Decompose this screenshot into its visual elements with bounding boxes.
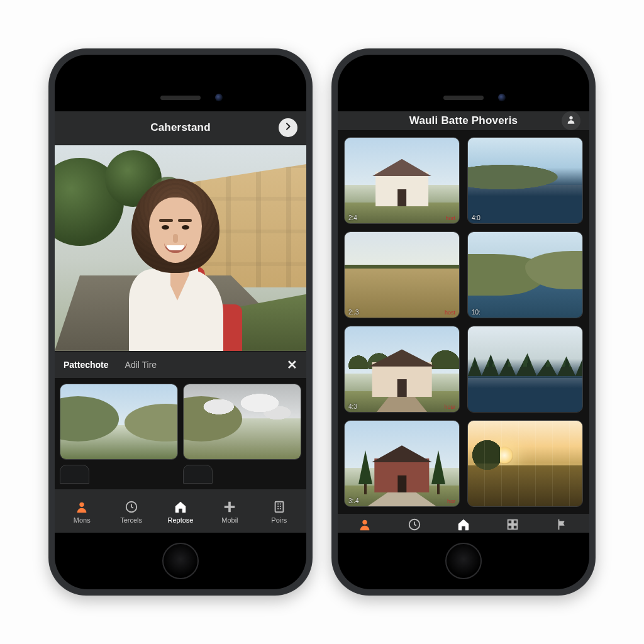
- svg-point-0: [80, 502, 84, 506]
- hero-photo[interactable]: [55, 145, 306, 351]
- svg-point-3: [569, 116, 572, 119]
- phone-right-bottom: [338, 533, 589, 589]
- tabbar-left-label-4: Poirs: [271, 516, 287, 524]
- portrait-subject: [104, 175, 236, 351]
- tabbar-left-item-mobil[interactable]: Mobil: [205, 493, 254, 530]
- thumb-r2[interactable]: 4:0: [467, 137, 583, 224]
- svg-rect-8: [508, 525, 512, 529]
- home-icon: [174, 500, 187, 514]
- person-icon: [566, 114, 576, 127]
- header-title-right: Wauli Batte Phoveris: [409, 114, 518, 127]
- section-tabs: Pattechote Adil Tire: [64, 360, 157, 370]
- forward-button[interactable]: [279, 118, 297, 137]
- thumb-grid-left: [55, 379, 306, 489]
- header-bar-right: Wauli Batte Phoveris: [338, 111, 589, 131]
- phone-left-top: [55, 55, 306, 111]
- tabbar-left-label-2: Reptose: [168, 516, 194, 524]
- thumb-r6[interactable]: [467, 326, 583, 413]
- chevron-right-icon: [283, 121, 293, 134]
- dismiss-section-button[interactable]: ✕: [287, 357, 297, 372]
- person-icon: [358, 518, 372, 531]
- screen-left: Caherstand: [55, 111, 306, 533]
- home-button-left[interactable]: [162, 543, 199, 579]
- home-icon: [457, 518, 470, 531]
- tabbar-right-item-phore[interactable]: Phore: [389, 518, 438, 533]
- speaker-slot: [160, 96, 201, 100]
- thumb-meta-r-2: host: [445, 309, 455, 316]
- phone-left-bottom: [55, 533, 306, 589]
- svg-rect-2: [275, 501, 283, 512]
- section-bar: Pattechote Adil Tire ✕: [55, 351, 306, 379]
- screen-right: Wauli Batte Phoveris 2:4 hort: [338, 111, 589, 533]
- flag-icon: [555, 518, 569, 531]
- thumb-meta-l-1: 4:0: [472, 214, 480, 221]
- person-icon: [75, 500, 89, 514]
- svg-point-4: [363, 520, 367, 525]
- phone-right-top: [338, 55, 589, 111]
- thumb-r3[interactable]: 2:.3 host: [344, 231, 460, 318]
- menu-button[interactable]: [347, 111, 365, 130]
- phone-right-chassis: Wauli Batte Phoveris 2:4 hort: [331, 48, 596, 596]
- home-button-right[interactable]: [445, 543, 482, 579]
- plus-icon: [223, 500, 236, 514]
- tabbar-right: Pare Phore Poptose: [338, 513, 589, 533]
- tabbar-left-label-0: Mons: [74, 516, 91, 524]
- tabbar-left-label-1: Tercels: [120, 516, 142, 524]
- profile-button[interactable]: [562, 111, 580, 130]
- tabbar-right-item-pare[interactable]: Pare: [340, 518, 389, 533]
- clock-icon: [125, 500, 138, 514]
- thumb-meta-r-4: hosr: [444, 404, 455, 410]
- tabbar-right-item-noits[interactable]: Noits: [538, 518, 587, 533]
- thumb-meta-l-4: 4:3: [348, 403, 357, 410]
- tabbar-left-item-mons[interactable]: Mons: [57, 493, 106, 530]
- thumb-meta-r-6: hor: [447, 498, 455, 504]
- header-bar-left: Caherstand: [55, 111, 306, 145]
- building-icon: [272, 500, 286, 514]
- thumb-meta-l-3: 10:: [472, 309, 480, 316]
- thumb-left-1[interactable]: [60, 384, 178, 460]
- phone-left-chassis: Caherstand: [48, 48, 313, 596]
- front-camera: [215, 94, 223, 101]
- tabbar-left: Mons Tercels Reptose: [55, 489, 306, 533]
- svg-rect-7: [513, 520, 517, 524]
- thumb-r5[interactable]: 4:3 hosr: [344, 326, 460, 413]
- thumb-left-3[interactable]: [60, 465, 89, 484]
- svg-rect-6: [508, 520, 512, 524]
- clock-icon: [408, 518, 421, 531]
- thumb-grid-right: 2:4 hort 4:0 2:.3 host: [338, 131, 589, 513]
- tabbar-right-item-addi[interactable]: Addi 2: [488, 518, 537, 533]
- thumb-left-2[interactable]: [183, 384, 301, 460]
- tabbar-left-label-3: Mobil: [221, 516, 238, 524]
- thumb-meta-l-0: 2:4: [348, 214, 357, 221]
- thumb-r1[interactable]: 2:4 hort: [344, 137, 460, 224]
- phone-left-inner: Caherstand: [55, 55, 306, 589]
- svg-rect-9: [513, 525, 517, 529]
- close-button[interactable]: [64, 118, 82, 137]
- tab-pattechote[interactable]: Pattechote: [64, 360, 109, 370]
- x-icon: ✕: [287, 358, 297, 372]
- grid-icon: [506, 518, 519, 531]
- thumb-left-4[interactable]: [183, 465, 213, 484]
- tabbar-left-item-tercels[interactable]: Tercels: [106, 493, 155, 530]
- thumb-meta-r-0: hort: [445, 215, 455, 221]
- thumb-r8[interactable]: [467, 420, 583, 507]
- header-title-left: Caherstand: [150, 121, 211, 134]
- thumb-r4[interactable]: 10:: [467, 231, 583, 318]
- phone-right-inner: Wauli Batte Phoveris 2:4 hort: [338, 55, 589, 589]
- thumb-r7[interactable]: 3:.4 hor: [344, 420, 460, 507]
- tabbar-left-item-reptose[interactable]: Reptose: [156, 493, 205, 530]
- front-camera: [498, 94, 506, 101]
- thumb-meta-l-6: 3:.4: [348, 497, 359, 504]
- tab-adil-tire[interactable]: Adil Tire: [125, 360, 157, 370]
- speaker-slot: [443, 96, 484, 100]
- tabbar-right-item-poptose[interactable]: Poptose: [439, 518, 488, 533]
- tabbar-left-item-poirs[interactable]: Poirs: [255, 493, 304, 530]
- thumb-meta-l-2: 2:.3: [348, 309, 359, 316]
